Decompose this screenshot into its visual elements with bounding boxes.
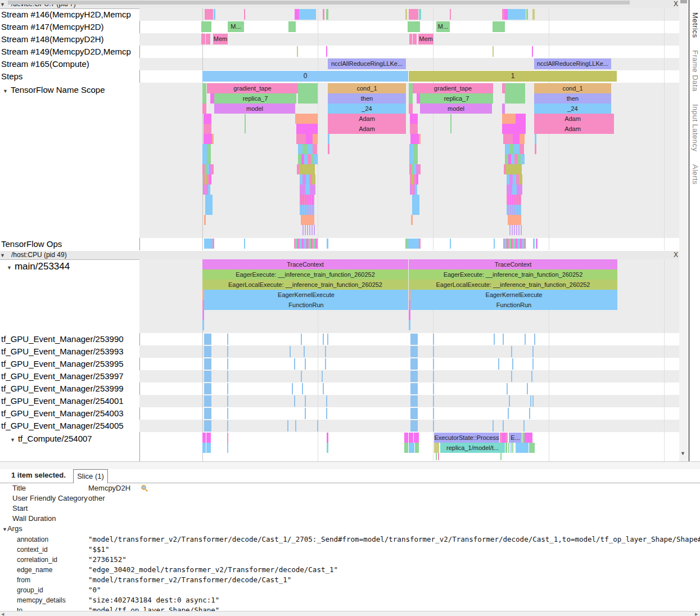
trace-event[interactable] bbox=[328, 144, 329, 154]
panel-resize-strip[interactable] bbox=[0, 461, 700, 470]
trace-event[interactable] bbox=[438, 453, 439, 460]
trace-event--24[interactable]: _24 bbox=[328, 104, 406, 114]
vertical-scrollbar[interactable] bbox=[679, 0, 689, 461]
trace-event[interactable] bbox=[433, 383, 434, 394]
trace-event[interactable] bbox=[527, 383, 528, 394]
trace-event[interactable] bbox=[433, 346, 434, 357]
trace-event-model[interactable]: model bbox=[420, 104, 492, 114]
trace-event[interactable] bbox=[509, 225, 523, 235]
trace-event[interactable] bbox=[213, 239, 214, 249]
trace-event[interactable] bbox=[450, 114, 451, 133]
trace-event[interactable] bbox=[450, 239, 451, 249]
trace-event[interactable] bbox=[525, 334, 526, 345]
trace-event[interactable] bbox=[205, 195, 213, 205]
trace-event-functionrun[interactable]: FunctionRun bbox=[204, 300, 408, 310]
trace-event-replica-7[interactable]: replica_7 bbox=[214, 93, 296, 104]
trace-event[interactable] bbox=[414, 154, 418, 164]
trace-event[interactable] bbox=[506, 164, 522, 174]
trace-event[interactable] bbox=[509, 144, 514, 154]
trace-event[interactable] bbox=[433, 334, 434, 345]
trace-event[interactable] bbox=[298, 144, 302, 154]
trace-event[interactable] bbox=[493, 46, 494, 57]
trace-event[interactable] bbox=[299, 164, 315, 174]
trace-event[interactable] bbox=[212, 134, 214, 144]
side-tab-input-latency[interactable]: Input Latency bbox=[691, 104, 699, 152]
trace-event[interactable] bbox=[410, 420, 418, 431]
trace-event-m-[interactable]: M... bbox=[436, 21, 450, 32]
trace-event--24[interactable]: _24 bbox=[534, 104, 611, 114]
magnifier-icon[interactable] bbox=[141, 484, 148, 492]
row-label-stream-147-memcpyh2d-[interactable]: Stream #147(MemcpyH2D) bbox=[0, 21, 138, 33]
trace-event[interactable] bbox=[508, 443, 509, 453]
trace-event-adam[interactable]: Adam bbox=[534, 124, 611, 134]
trace-event[interactable] bbox=[508, 408, 509, 419]
trace-event[interactable] bbox=[323, 383, 324, 394]
trace-event[interactable] bbox=[227, 334, 228, 345]
row-label-main-253344[interactable]: ▼main/253344 bbox=[0, 260, 138, 273]
trace-event[interactable] bbox=[300, 205, 314, 215]
trace-event[interactable] bbox=[323, 334, 324, 345]
trace-event-cond-1[interactable]: cond_1 bbox=[328, 83, 406, 93]
trace-event-adam[interactable]: Adam bbox=[328, 124, 406, 134]
trace-event[interactable] bbox=[322, 371, 323, 382]
trace-event[interactable] bbox=[201, 34, 205, 44]
trace-event[interactable] bbox=[511, 346, 512, 357]
trace-event[interactable] bbox=[327, 433, 328, 443]
trace-event[interactable] bbox=[328, 134, 329, 144]
trace-event[interactable] bbox=[519, 174, 522, 185]
trace-event[interactable] bbox=[304, 346, 305, 357]
trace-event[interactable] bbox=[287, 420, 288, 431]
trace-event[interactable] bbox=[419, 239, 421, 249]
trace-event[interactable] bbox=[227, 383, 228, 394]
trace-event[interactable] bbox=[413, 34, 417, 44]
trace-event[interactable] bbox=[204, 334, 211, 345]
trace-event[interactable] bbox=[323, 9, 324, 20]
trace-event[interactable] bbox=[202, 83, 206, 93]
trace-event[interactable] bbox=[244, 9, 245, 20]
trace-event[interactable] bbox=[204, 215, 206, 225]
trace-event[interactable] bbox=[227, 371, 228, 382]
trace-event[interactable] bbox=[498, 358, 499, 370]
trace-event-then[interactable]: then bbox=[534, 93, 611, 104]
trace-event-functionrun[interactable]: FunctionRun bbox=[410, 300, 617, 310]
trace-event[interactable] bbox=[412, 205, 419, 215]
trace-event[interactable] bbox=[301, 215, 314, 225]
trace-event[interactable] bbox=[410, 124, 418, 134]
trace-event[interactable] bbox=[419, 134, 421, 144]
trace-event-adam[interactable]: Adam bbox=[534, 114, 611, 124]
trace-event[interactable] bbox=[405, 9, 407, 20]
trace-event[interactable] bbox=[502, 124, 526, 134]
trace-event[interactable] bbox=[414, 144, 418, 154]
trace-event-0[interactable]: 0 bbox=[202, 71, 408, 82]
trace-event[interactable] bbox=[202, 104, 206, 114]
trace-event[interactable] bbox=[326, 9, 328, 20]
trace-event[interactable] bbox=[500, 453, 502, 460]
collapse-triangle-icon[interactable]: ▼ bbox=[10, 437, 15, 443]
trace-event[interactable] bbox=[294, 239, 318, 249]
row-label-tf-gpu-event-manager-254001[interactable]: tf_GPU_Event_Manager/254001 bbox=[0, 395, 138, 407]
row-label-tf-gpu-event-manager-254005[interactable]: tf_GPU_Event_Manager/254005 bbox=[0, 420, 138, 432]
trace-event-eagerkernelexecute[interactable]: EagerKernelExecute bbox=[204, 290, 408, 300]
trace-event[interactable] bbox=[294, 358, 295, 370]
trace-event[interactable] bbox=[245, 114, 246, 133]
trace-event[interactable] bbox=[532, 46, 533, 57]
trace-event[interactable] bbox=[305, 358, 306, 370]
trace-event[interactable] bbox=[295, 114, 318, 124]
trace-event[interactable] bbox=[326, 395, 327, 407]
trace-event[interactable] bbox=[409, 433, 413, 443]
trace-event-then[interactable]: then bbox=[328, 93, 406, 104]
args-section-header[interactable]: ▼Args bbox=[2, 524, 22, 534]
trace-event[interactable] bbox=[202, 433, 206, 443]
trace-event[interactable] bbox=[412, 195, 419, 205]
trace-event[interactable] bbox=[410, 334, 418, 345]
trace-event[interactable] bbox=[205, 205, 213, 215]
trace-event[interactable] bbox=[520, 144, 524, 154]
trace-event[interactable] bbox=[409, 154, 414, 164]
trace-event[interactable] bbox=[436, 453, 437, 460]
trace-event[interactable] bbox=[493, 21, 505, 32]
trace-event[interactable] bbox=[325, 358, 326, 370]
trace-event[interactable] bbox=[209, 174, 211, 185]
trace-event[interactable] bbox=[327, 239, 328, 249]
trace-event[interactable] bbox=[204, 114, 211, 124]
trace-event[interactable] bbox=[227, 346, 228, 357]
